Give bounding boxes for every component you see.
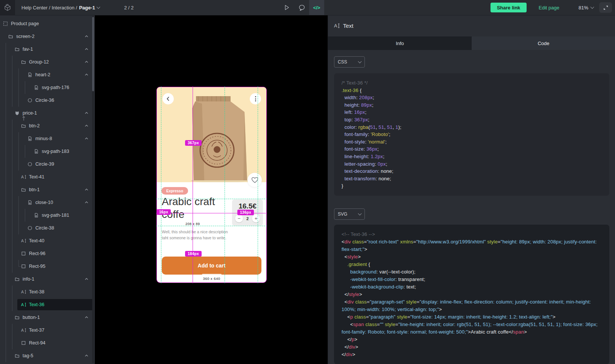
collapse-chevron-icon[interactable]	[84, 353, 89, 358]
svg-text:A: A	[21, 239, 24, 243]
tab-info[interactable]: Info	[328, 36, 472, 50]
measurement-badge-right: 136px	[237, 210, 254, 215]
layer-row-button-1[interactable]: button-1	[0, 311, 95, 324]
layer-row-btn-1[interactable]: btn-1	[0, 183, 95, 196]
layer-row-Text-36[interactable]: AText-36	[0, 298, 95, 311]
tree-guide-line	[18, 94, 19, 107]
tree-guide-line	[12, 247, 12, 260]
tree-guide-line	[6, 285, 6, 298]
app-logo[interactable]	[0, 0, 15, 15]
category-tag[interactable]: Expresso	[161, 187, 188, 195]
css-language-dropdown[interactable]: CSS	[334, 56, 365, 68]
tab-code[interactable]: Code	[472, 36, 615, 50]
collapse-chevron-icon[interactable]	[84, 34, 89, 39]
svg-code-block[interactable]: <!-- Text-36 --><div class="root rich-te…	[334, 225, 609, 364]
layer-row-svg-path-181[interactable]: svg-path-181	[0, 209, 95, 222]
collapse-chevron-icon[interactable]	[84, 187, 89, 192]
svg-text:A: A	[21, 302, 24, 307]
sidebar-scrollbar[interactable]	[92, 16, 94, 363]
fullscreen-button[interactable]	[599, 2, 612, 13]
collapse-chevron-icon[interactable]	[84, 47, 89, 51]
layer-row-screen-2[interactable]: screen-2	[0, 30, 95, 43]
svg-text:A: A	[334, 23, 337, 29]
layer-label: Rect-96	[29, 251, 46, 256]
design-canvas[interactable]: Expresso Arabic craft coffe 208 x 89 16.…	[95, 15, 328, 364]
collapse-chevron-icon[interactable]	[84, 111, 89, 115]
guide-line-vertical	[225, 86, 225, 283]
zoom-level-dropdown[interactable]: 81%	[579, 0, 594, 15]
layer-row-Circle-38[interactable]: Circle-38	[0, 222, 95, 234]
description-line: Well, this should be a nice description	[162, 229, 228, 235]
folder-icon	[21, 60, 26, 65]
expand-icon	[603, 5, 609, 11]
layer-label: Rect-95	[29, 264, 46, 269]
layer-row-Product page[interactable]: Product page	[0, 17, 95, 30]
rect-icon	[21, 341, 26, 346]
tree-guide-line	[18, 196, 19, 209]
comment-button[interactable]	[294, 0, 309, 15]
collapse-chevron-icon[interactable]	[84, 72, 89, 77]
more-options-button[interactable]	[250, 93, 261, 104]
edit-page-link[interactable]: Edit page	[539, 0, 559, 15]
layer-row-Rect-94[interactable]: Rect-94	[0, 337, 95, 349]
product-page-artboard[interactable]: Expresso Arabic craft coffe 208 x 89 16.…	[157, 87, 266, 282]
layer-row-price-1[interactable]: price-1	[0, 107, 95, 119]
layer-row-info-1[interactable]: info-1	[0, 273, 95, 285]
layer-row-Rect-95[interactable]: Rect-95	[0, 260, 95, 273]
layer-row-svg-path-183[interactable]: svg-path-183	[0, 145, 95, 158]
tree-guide-line	[12, 158, 12, 171]
layer-row-close-10[interactable]: close-10	[0, 196, 95, 209]
layer-row-Text-41[interactable]: AText-41	[0, 171, 95, 183]
layer-row-tag-5[interactable]: tag-5	[0, 349, 95, 362]
css-code-block[interactable]: /* Text-36 */.text-36 { width: 208px; he…	[334, 73, 609, 196]
decrease-quantity-button[interactable]: −	[235, 214, 243, 222]
layer-row-Group-12[interactable]: Group-12	[0, 56, 95, 68]
layer-row-Text-37[interactable]: AText-37	[0, 324, 95, 337]
layer-row-svg-path-176[interactable]: svg-path-176	[0, 81, 95, 94]
back-button[interactable]	[162, 93, 174, 104]
share-link-button[interactable]: Share link	[490, 3, 527, 12]
layer-row-btn-2[interactable]: btn-2	[0, 119, 95, 132]
collapse-chevron-icon[interactable]	[84, 136, 89, 141]
guide-line-vertical	[258, 86, 258, 283]
collapse-chevron-icon[interactable]	[84, 200, 89, 205]
code-line: </div>	[342, 343, 602, 351]
layer-row-Rect-96[interactable]: Rect-96	[0, 247, 95, 260]
inspector-header: A Text	[328, 15, 615, 36]
svg-language-dropdown[interactable]: SVG	[334, 208, 365, 220]
layer-row-Text-38[interactable]: AText-38	[0, 285, 95, 298]
collapse-chevron-icon[interactable]	[84, 277, 89, 281]
code-line: <span class="" style="line-height: inher…	[342, 321, 602, 336]
code-line: <!-- Text-36 -->	[342, 231, 602, 238]
svgfile-icon	[34, 149, 39, 154]
code-icon: </>	[313, 5, 320, 11]
tree-guide-line	[6, 158, 6, 171]
tree-guide-line	[12, 285, 12, 298]
svgfile-icon	[34, 213, 39, 218]
layer-row-heart-2[interactable]: heart-2	[0, 68, 95, 81]
favorite-button[interactable]	[248, 173, 262, 187]
folder-icon	[15, 277, 20, 282]
tree-guide-line	[6, 43, 6, 56]
layer-row-Text-40[interactable]: AText-40	[0, 234, 95, 247]
code-mode-button[interactable]: </>	[309, 0, 324, 15]
layer-label: svg-path-181	[42, 213, 69, 218]
code-line: .gradient {	[342, 261, 602, 268]
breadcrumb[interactable]: Help Center / Interaction / Page-1	[21, 0, 100, 15]
layer-label: Group-12	[29, 59, 49, 65]
collapse-chevron-icon[interactable]	[84, 60, 89, 64]
product-title[interactable]: Arabic craft coffe	[162, 195, 229, 221]
layer-row-Circle-36[interactable]: Circle-36	[0, 94, 95, 107]
layer-row-Circle-39[interactable]: Circle-39	[0, 158, 95, 171]
collapse-chevron-icon[interactable]	[84, 124, 89, 128]
tree-guide-line	[12, 298, 12, 311]
play-button[interactable]	[279, 0, 294, 15]
tree-guide-line	[6, 196, 6, 209]
increase-quantity-button[interactable]: +	[252, 214, 260, 222]
scrollbar-thumb[interactable]	[92, 17, 94, 91]
add-to-cart-button[interactable]: Add to cart	[162, 257, 261, 275]
layer-row-fav-1[interactable]: fav-1	[0, 43, 95, 56]
layer-row-minus-8[interactable]: minus-8	[0, 132, 95, 145]
arrow-up-icon	[21, 116, 26, 121]
collapse-chevron-icon[interactable]	[84, 315, 89, 320]
